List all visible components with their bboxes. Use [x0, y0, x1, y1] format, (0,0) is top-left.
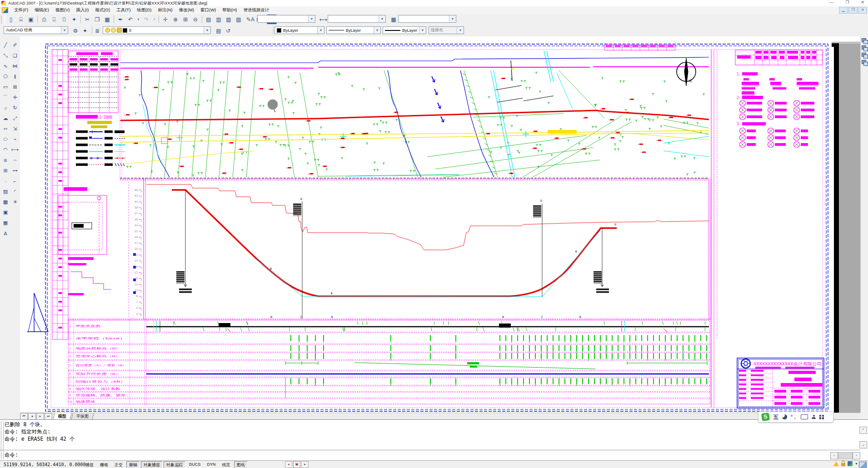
- menu-item-5[interactable]: 工具(T): [113, 7, 134, 14]
- paper-space-icon[interactable]: ▣: [293, 461, 300, 468]
- open-icon[interactable]: ⌸: [16, 15, 26, 24]
- table-style-icon[interactable]: ▦: [389, 15, 399, 24]
- explode-icon[interactable]: ✳: [10, 197, 20, 207]
- zoom-realtime-icon[interactable]: ⊕: [170, 15, 180, 24]
- ime-punctuation-icon[interactable]: °，: [791, 415, 797, 419]
- layer-lock-icon[interactable]: [117, 28, 122, 33]
- toggle-极轴[interactable]: 极轴: [126, 461, 140, 468]
- text-style-combo-arrow-icon[interactable]: ▼: [308, 15, 315, 22]
- construction-line-icon[interactable]: ⤡: [0, 50, 10, 61]
- menu-item-1[interactable]: 编辑(E): [31, 7, 52, 14]
- trim-icon[interactable]: ⌁: [10, 134, 20, 144]
- lineweight-combo-arrow-icon[interactable]: ▼: [419, 27, 426, 34]
- menu-item-7[interactable]: 标注(N): [155, 7, 176, 14]
- point-icon[interactable]: ·: [0, 176, 10, 186]
- paste-icon[interactable]: ▦: [102, 15, 112, 24]
- linetype-combo-arrow-icon[interactable]: ▼: [374, 27, 380, 34]
- break-icon[interactable]: ┄: [10, 155, 20, 165]
- revision-cloud-icon[interactable]: ☁: [0, 113, 10, 124]
- menu-item-11[interactable]: 管道线路设计: [240, 7, 272, 14]
- viewport-1-icon[interactable]: [862, 38, 868, 44]
- menu-item-3[interactable]: 插入(I): [73, 7, 92, 14]
- layer-previous-icon[interactable]: ↺: [223, 26, 233, 35]
- color-combo[interactable]: ByLayer▼: [274, 26, 324, 34]
- table-style-combo[interactable]: ▼: [398, 15, 456, 23]
- menu-item-4[interactable]: 格式(O): [92, 7, 113, 14]
- stretch-icon[interactable]: ⇲: [10, 124, 20, 134]
- tool-palettes-icon[interactable]: ▧: [224, 15, 234, 24]
- circle-icon[interactable]: ○: [0, 103, 10, 113]
- tab-nav-first-button[interactable]: ⏮: [20, 413, 28, 420]
- match-properties-icon[interactable]: ✒: [115, 15, 125, 24]
- gradient-icon[interactable]: ▩: [0, 197, 10, 207]
- command-window[interactable]: 已删除 8 个块。 命令: 指定对角点: 命令: e ERASE 找到 42 个…: [0, 419, 868, 461]
- viewport-2-icon[interactable]: [862, 45, 868, 51]
- cut-icon[interactable]: ✂: [82, 15, 92, 24]
- layer-on-bulb-icon[interactable]: [105, 28, 110, 33]
- toggle-图纸[interactable]: 图纸: [234, 461, 248, 468]
- array-icon[interactable]: ⊞: [10, 82, 20, 92]
- menu-item-6[interactable]: 绘图(D): [134, 7, 155, 14]
- spline-icon[interactable]: ∾: [0, 124, 10, 134]
- color-combo-arrow-icon[interactable]: ▼: [317, 27, 324, 34]
- plot-preview-icon[interactable]: ⌻: [49, 15, 59, 24]
- copy-object-icon[interactable]: ❏: [10, 50, 20, 61]
- tab-nav-next-button[interactable]: ▸: [36, 413, 44, 420]
- layout-prev-button[interactable]: ◂: [285, 461, 292, 468]
- chamfer-icon[interactable]: ⌐: [10, 176, 20, 186]
- ime-keyboard-icon[interactable]: [801, 414, 808, 419]
- redo-icon[interactable]: ↷: [141, 15, 151, 24]
- ime-grid-icon[interactable]: [819, 415, 824, 419]
- menu-item-9[interactable]: 窗口(W): [197, 7, 219, 14]
- region-icon[interactable]: ▣: [0, 207, 10, 218]
- update-icon[interactable]: [848, 461, 853, 466]
- command-hscroll-left-button[interactable]: ‹: [830, 452, 838, 459]
- rectangle-icon[interactable]: ▭: [0, 82, 10, 92]
- workspace-combo-arrow-icon[interactable]: ▼: [61, 27, 68, 34]
- join-icon[interactable]: ⊶: [10, 165, 20, 176]
- polyline-icon[interactable]: ∿: [0, 61, 10, 71]
- layer-combo[interactable]: 0▼: [103, 26, 211, 34]
- viewport-4-icon[interactable]: [862, 60, 868, 65]
- menu-item-0[interactable]: 文件(F): [11, 7, 31, 14]
- ime-moon-icon[interactable]: [782, 414, 787, 419]
- pan-icon[interactable]: ✛: [160, 15, 170, 24]
- dim-style-icon[interactable]: ⟷: [318, 15, 328, 24]
- move-icon[interactable]: ✛: [10, 92, 20, 103]
- drawing-canvas[interactable]: 1:1000北1.2.3.454341393735333129272523211…: [20, 36, 860, 413]
- rotate-icon[interactable]: ↻: [10, 103, 20, 113]
- table-icon[interactable]: ▦: [0, 218, 10, 228]
- command-scroll-up-button[interactable]: ⌃: [859, 427, 867, 434]
- lineweight-combo[interactable]: ByLayer▼: [383, 26, 426, 34]
- dim-style-combo[interactable]: ▼: [328, 15, 386, 23]
- ellipse-icon[interactable]: ⬭: [0, 134, 10, 144]
- viewport-3-icon[interactable]: [862, 53, 868, 58]
- tab-nav-last-button[interactable]: ⏭: [45, 413, 52, 420]
- new-icon[interactable]: ▯: [6, 15, 16, 24]
- plot-style-combo[interactable]: 随颜色▼: [429, 26, 464, 34]
- toggle-DYN[interactable]: DYN: [205, 461, 219, 468]
- ime-person-icon[interactable]: [812, 415, 816, 419]
- ime-wubi-label[interactable]: 五: [773, 414, 778, 420]
- toolbar-lock-icon[interactable]: [841, 463, 845, 466]
- clean-screen-button[interactable]: [859, 462, 867, 468]
- layout-next-button[interactable]: ▸: [301, 461, 309, 468]
- dwf-icon[interactable]: ✦: [69, 15, 79, 24]
- publish-icon[interactable]: ⌼: [59, 15, 69, 24]
- make-block-icon[interactable]: ⊞: [0, 165, 10, 176]
- make-object-layer-current-icon[interactable]: ▤: [214, 26, 224, 35]
- layer-freeze-sun-icon[interactable]: [111, 28, 116, 33]
- sogou-logo-icon[interactable]: S: [761, 413, 770, 421]
- mdi-close-button[interactable]: ✕: [858, 7, 867, 14]
- toggle-正交[interactable]: 正交: [112, 461, 125, 468]
- layer-properties-manager-icon[interactable]: ≣: [92, 26, 102, 35]
- hatch-icon[interactable]: ▨: [0, 186, 10, 197]
- tab-nav-prev-button[interactable]: ◂: [28, 413, 36, 420]
- toggle-栅格[interactable]: 栅格: [97, 461, 111, 468]
- minimize-button[interactable]: —: [829, 0, 833, 5]
- table-style-combo-arrow-icon[interactable]: ▼: [449, 15, 456, 22]
- plot-icon[interactable]: ⎙: [39, 15, 49, 24]
- save-workspace-icon[interactable]: ✦: [80, 26, 90, 35]
- toggle-对象追踪[interactable]: 对象追踪: [164, 461, 185, 468]
- close-button[interactable]: ✕: [861, 0, 864, 5]
